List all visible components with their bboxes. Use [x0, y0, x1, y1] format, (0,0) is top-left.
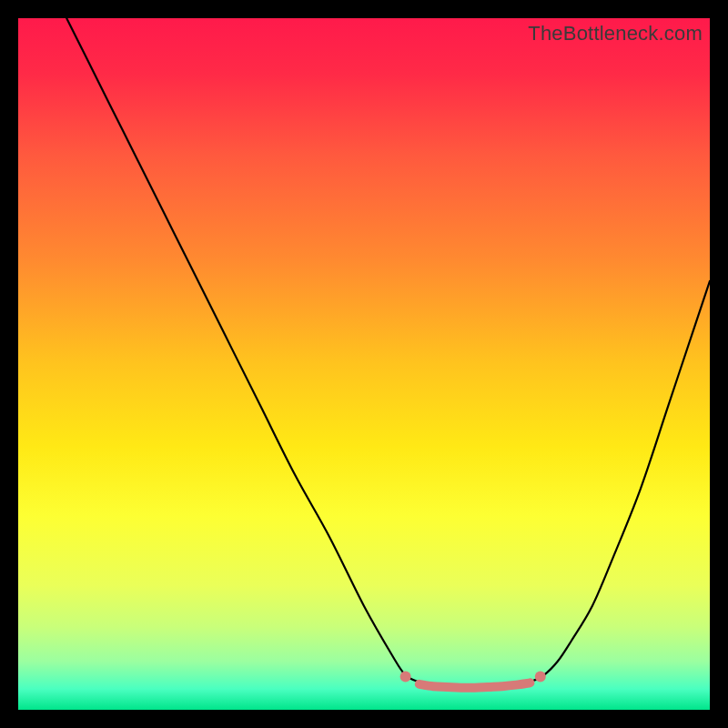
watermark-text: TheBottleneck.com — [528, 22, 703, 46]
flat-segment-layer — [420, 682, 531, 687]
bottleneck-chart — [18, 18, 710, 710]
endpoint-marker-0 — [400, 672, 411, 682]
chart-frame: TheBottleneck.com — [18, 18, 710, 710]
endpoint-marker-1 — [535, 672, 546, 682]
optimal-range-band — [420, 682, 531, 687]
